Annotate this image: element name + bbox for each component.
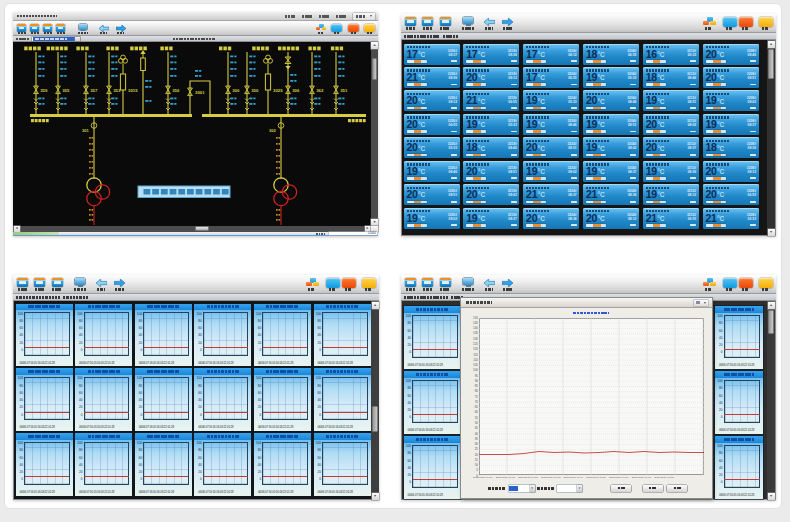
svg-text:3015: 3015 xyxy=(128,88,138,93)
svg-text:359: 359 xyxy=(40,88,48,93)
svg-text:356: 356 xyxy=(172,88,180,93)
svg-text:302: 302 xyxy=(269,128,277,133)
svg-text:357: 357 xyxy=(90,88,98,93)
svg-text:3025: 3025 xyxy=(273,88,283,93)
svg-text:350: 350 xyxy=(251,88,259,93)
svg-text:301: 301 xyxy=(82,128,90,133)
svg-text:355: 355 xyxy=(62,88,70,93)
svg-text:353: 353 xyxy=(113,88,121,93)
svg-text:362: 362 xyxy=(316,88,324,93)
svg-text:306: 306 xyxy=(292,88,300,93)
svg-text:300: 300 xyxy=(232,88,240,93)
svg-text:3001: 3001 xyxy=(195,90,205,95)
svg-text:351: 351 xyxy=(340,88,348,93)
